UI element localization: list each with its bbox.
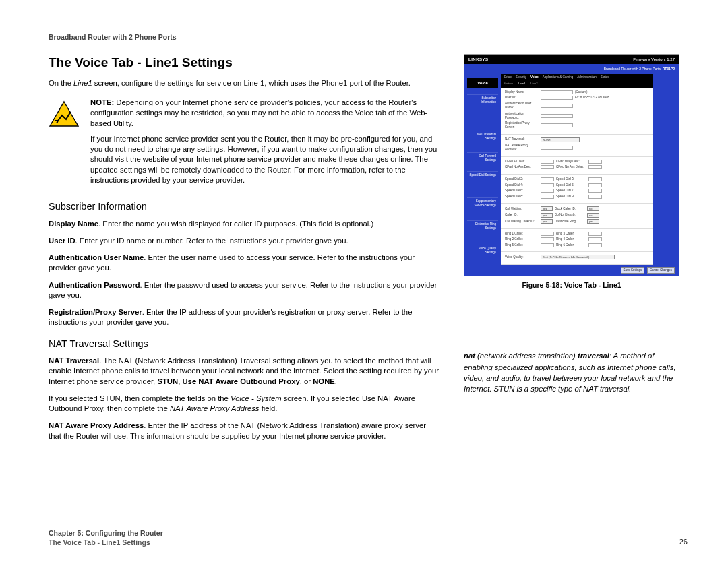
- f-np-inp: [541, 146, 573, 150]
- f-np: NAT Aware Proxy Address:: [505, 144, 539, 152]
- term-reg-proxy: Registration/Proxy Server: [49, 308, 142, 316]
- f-r3: Ring 3 Caller:: [556, 232, 586, 236]
- i-s2: [541, 177, 554, 181]
- main-column: The Voice Tab - Line1 Settings On the Li…: [49, 54, 439, 448]
- term-display-name: Display Name: [49, 220, 98, 228]
- svg-point-1: [69, 111, 71, 113]
- term-nat-proxy: NAT Aware Proxy Address: [49, 421, 144, 429]
- i-s3: [588, 177, 602, 181]
- nat-bold-stun: STUN: [157, 377, 178, 385]
- f-ca-i: [541, 160, 554, 164]
- footer-section: The Voice Tab - Line1 Settings: [49, 538, 163, 547]
- glossary-term: nat: [464, 352, 475, 360]
- intro-paragraph: On the Line1 screen, configure the setti…: [49, 78, 439, 88]
- i-r6: [588, 243, 602, 247]
- thumb-subnav: System Line1 Line2: [501, 81, 653, 88]
- f-uid: User ID:: [505, 96, 539, 100]
- glossary-note: nat (network address translation) traver…: [464, 350, 679, 395]
- warning-icon: [49, 100, 80, 127]
- f-dnd-s: no: [587, 213, 599, 218]
- subscriber-heading: Subscriber Information: [49, 200, 439, 214]
- side-callfwd: Call Forward Settings: [467, 152, 498, 164]
- f-ci-s: yes: [541, 213, 553, 218]
- thumb-voice-tab: Voice: [467, 78, 498, 88]
- f-ap: Authentication Password:: [505, 112, 539, 120]
- nav4: Administration: [577, 75, 597, 80]
- thumb-fw: Firmware Version: 1.27: [633, 57, 675, 62]
- f-ap-inp: [541, 114, 573, 118]
- i-s5: [588, 183, 602, 187]
- side-nat: NAT Traversal Settings: [467, 131, 498, 142]
- i-s4: [541, 183, 554, 187]
- f-dnd: Do Not Disturb:: [555, 213, 585, 217]
- page-number: 26: [679, 537, 688, 547]
- f-s9: Speed Dial 9:: [556, 195, 586, 199]
- f-r1: Ring 1 Caller:: [505, 232, 539, 236]
- f-r6: Ring 6 Caller:: [556, 243, 586, 247]
- thumb-right-rail: [653, 74, 679, 265]
- f-cb: CFwd Busy Dest:: [556, 160, 586, 164]
- term-nat: NAT Traversal: [49, 356, 99, 365]
- side-ring: Distinctive Ring Settings: [467, 220, 498, 232]
- f-s7: Speed Dial 7:: [556, 189, 586, 193]
- sub2: Line2: [530, 82, 537, 86]
- f-dr-s: yes: [587, 219, 599, 224]
- f-cw: Call Waiting:: [505, 207, 539, 211]
- f-cd-i: [588, 165, 602, 169]
- f-s3: Speed Dial 3:: [556, 177, 586, 181]
- intro-post: screen, configure the settings for servi…: [92, 79, 411, 87]
- para-nat-traversal: NAT Traversal. The NAT (Network Address …: [49, 356, 439, 387]
- f-dn-inp: [541, 90, 573, 94]
- figure-thumbnail: LINKSYS Firmware Version: 1.27 Broadband…: [464, 54, 679, 290]
- note-p1: NOTE: Depending on your Internet phone s…: [90, 98, 439, 129]
- f-rp: Registration/Proxy Server:: [505, 121, 539, 129]
- nav5: Status: [601, 75, 609, 80]
- nat-heading: NAT Traversal Settings: [49, 338, 439, 351]
- f-s2: Speed Dial 2:: [505, 177, 539, 181]
- text-display-name: . Enter the name you wish displayed for …: [98, 220, 373, 228]
- f-cn: CFwd No Ans Dest:: [505, 165, 539, 169]
- nav2: Voice: [530, 75, 539, 80]
- f-ci: Caller ID:: [505, 213, 539, 217]
- thumb-brand: LINKSYS: [468, 57, 489, 62]
- thumb-save-btn: Save Settings: [621, 267, 645, 274]
- f-cw-s: yes: [541, 206, 553, 211]
- term-auth-user: Authentication User Name: [49, 253, 144, 261]
- note-text1: Depending on your Internet phone service…: [90, 98, 427, 127]
- page-title: The Voice Tab - Line1 Settings: [49, 54, 439, 71]
- sidebar-column: LINKSYS Firmware Version: 1.27 Broadband…: [464, 54, 679, 448]
- side-supp: Supplementary Service Settings: [467, 197, 498, 209]
- f-au: Authentication User Name:: [505, 102, 539, 110]
- figure-caption: Figure 5-18: Voice Tab - Line1: [464, 280, 679, 290]
- sub0: System: [504, 82, 513, 86]
- nav0: Setup: [504, 75, 512, 80]
- sep2: , or: [300, 377, 313, 385]
- nat2-em2: NAT Aware Proxy Address: [170, 404, 259, 412]
- thumb-cancel-btn: Cancel Changes: [647, 267, 675, 274]
- i-s8: [541, 195, 554, 199]
- nat-bold-none: NONE: [313, 377, 335, 385]
- i-s6: [541, 189, 554, 193]
- i-r1: [541, 232, 554, 236]
- nat2-pre: If you selected STUN, then complete the …: [49, 394, 231, 402]
- intro-keyword: Line1: [73, 79, 92, 87]
- f-cwc: Call Waiting Caller ID:: [505, 220, 539, 224]
- thumb-nav: Setup Security Voice Applications & Gami…: [501, 74, 653, 81]
- sub1: Line1: [518, 82, 525, 86]
- f-custom: (Custom): [575, 90, 588, 94]
- f-nt: NAT Traversal:: [505, 137, 539, 142]
- f-ex: Ex: 8005551212 or user8: [575, 96, 609, 100]
- para-nat-proxy-addr: NAT Aware Proxy Address. Enter the IP ad…: [49, 420, 439, 441]
- f-r4: Ring 4 Caller:: [556, 237, 586, 241]
- f-uid-inp: [541, 96, 573, 100]
- f-au-inp: [541, 104, 573, 108]
- term-auth-pass: Authentication Password: [49, 281, 140, 289]
- i-r2: [541, 237, 554, 241]
- f-s5: Speed Dial 5:: [556, 183, 586, 187]
- para-reg-proxy: Registration/Proxy Server. Enter the IP …: [49, 307, 439, 328]
- f-r2: Ring 2 Caller:: [505, 237, 539, 241]
- side-vq: Voice Quality Settings: [467, 245, 498, 256]
- f-s8: Speed Dial 8:: [505, 195, 539, 199]
- doc-header: Broadband Router with 2 Phone Ports: [49, 32, 688, 42]
- nat-end: .: [335, 377, 337, 385]
